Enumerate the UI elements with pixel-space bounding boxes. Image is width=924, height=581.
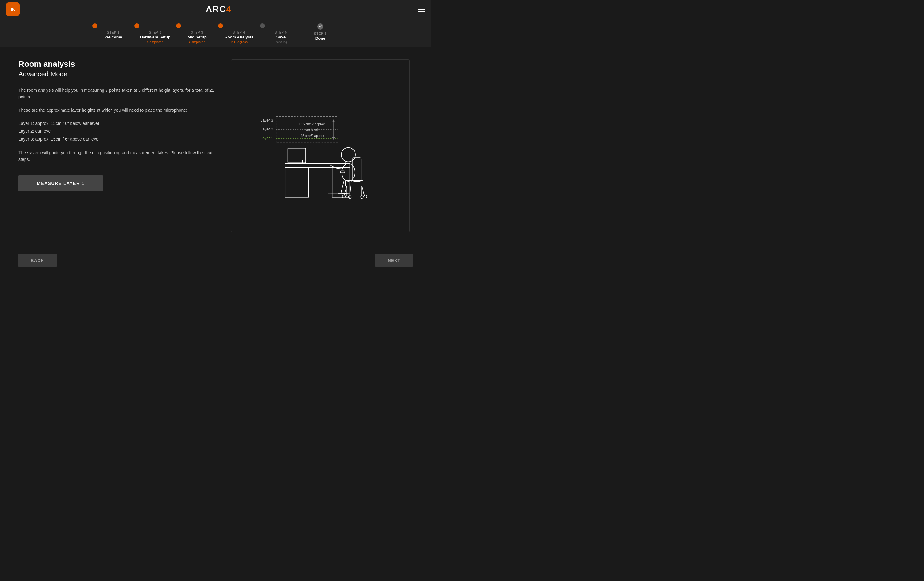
step-4-status: In Progress: [221, 40, 257, 44]
footer: BACK NEXT: [0, 248, 431, 273]
svg-marker-6: [332, 137, 335, 140]
svg-point-23: [341, 148, 355, 162]
svg-rect-7: [285, 163, 350, 168]
step-4-name: Room Analysis: [221, 35, 257, 40]
step-5-status: Pending: [262, 40, 299, 44]
svg-line-25: [351, 161, 351, 165]
layer-1-text: Layer 1: approx. 15cm / 6" below ear lev…: [18, 120, 219, 127]
svg-rect-12: [353, 158, 361, 181]
svg-rect-11: [288, 148, 305, 163]
step-6[interactable]: STEP 6 Done: [302, 23, 339, 41]
step-2-dot: [134, 23, 139, 28]
svg-line-15: [361, 186, 365, 196]
room-analysis-diagram: Layer 3 Layer 2 Layer 1 + 15 cm/6" appro…: [244, 72, 397, 220]
main-content: Room analysis Advanced Mode The room ana…: [0, 47, 431, 245]
svg-marker-4: [332, 119, 335, 122]
step-3-line: [181, 26, 218, 26]
layer1-label: Layer 1: [260, 136, 273, 140]
guide-text: The system will guide you through the mi…: [18, 149, 219, 163]
measure-layer-button[interactable]: MEASURE LAYER 1: [18, 175, 103, 191]
step-6-name: Done: [302, 36, 339, 41]
step-6-dot: [317, 23, 323, 30]
menu-bar-3: [417, 11, 425, 12]
layer3-label: Layer 3: [260, 118, 273, 122]
svg-line-14: [344, 186, 347, 196]
page-subtitle: Advanced Mode: [18, 70, 219, 78]
diagram-panel: Layer 3 Layer 2 Layer 1 + 15 cm/6" appro…: [231, 59, 410, 232]
left-panel: Room analysis Advanced Mode The room ana…: [18, 59, 219, 191]
hamburger-menu-icon[interactable]: [417, 7, 425, 12]
svg-rect-10: [303, 160, 338, 163]
menu-bar-2: [417, 9, 425, 10]
step-4-line: [223, 26, 260, 26]
svg-point-20: [360, 196, 363, 199]
step-6-number: STEP 6: [302, 32, 339, 35]
page-title: Room analysis: [18, 59, 219, 69]
step-2[interactable]: STEP 2 Hardware Setup Completed: [134, 23, 176, 44]
layer-2-text: Layer 2: ear level: [18, 127, 219, 135]
description-2: These are the approximate layer heights …: [18, 107, 219, 114]
next-button[interactable]: NEXT: [375, 254, 413, 267]
step-5-dot: [260, 23, 265, 28]
step-2-status: Completed: [137, 40, 174, 44]
step-5-line: [265, 26, 302, 26]
step-2-name: Hardware Setup: [137, 35, 174, 40]
step-5[interactable]: STEP 5 Save Pending: [260, 23, 302, 44]
step-1-dot: [92, 23, 97, 28]
description-1: The room analysis will help you in measu…: [18, 87, 219, 100]
svg-point-21: [364, 195, 367, 198]
step-2-line: [139, 26, 176, 26]
step-3-status: Completed: [179, 40, 216, 44]
step-5-number: STEP 5: [262, 31, 299, 34]
svg-rect-28: [340, 171, 345, 173]
step-4-dot: [218, 23, 223, 28]
step-1-line: [97, 26, 134, 26]
layer-list: Layer 1: approx. 15cm / 6" below ear lev…: [18, 120, 219, 143]
svg-rect-8: [285, 168, 309, 197]
step-3[interactable]: STEP 3 Mic Setup Completed: [176, 23, 218, 44]
step-2-number: STEP 2: [137, 31, 174, 34]
step-1-number: STEP 1: [95, 31, 132, 34]
ear-level-label: —— ear level ——: [298, 128, 325, 132]
step-5-name: Save: [262, 35, 299, 40]
below-label: - 15 cm/6" approx: [299, 134, 324, 138]
stepper-container: STEP 1 Welcome STEP 2 Hardware Setup Com…: [0, 18, 431, 47]
app-logo: IK: [6, 2, 20, 16]
layer-3-text: Layer 3: approx. 15cm / 6" above ear lev…: [18, 135, 219, 143]
step-3-name: Mic Setup: [179, 35, 216, 40]
app-title: ARC4: [206, 4, 232, 14]
progress-stepper: STEP 1 Welcome STEP 2 Hardware Setup Com…: [92, 23, 339, 44]
step-1[interactable]: STEP 1 Welcome: [92, 23, 134, 40]
step-1-name: Welcome: [95, 35, 132, 40]
step-3-dot: [176, 23, 181, 28]
step-4-number: STEP 4: [221, 31, 257, 34]
step-3-number: STEP 3: [179, 31, 216, 34]
layer2-label: Layer 2: [260, 127, 273, 132]
back-button[interactable]: BACK: [18, 254, 57, 267]
menu-bar-1: [417, 7, 425, 7]
app-header: IK ARC4: [0, 0, 431, 18]
step-4[interactable]: STEP 4 Room Analysis In Progress: [218, 23, 260, 44]
above-label: + 15 cm/6" approx: [299, 122, 325, 126]
